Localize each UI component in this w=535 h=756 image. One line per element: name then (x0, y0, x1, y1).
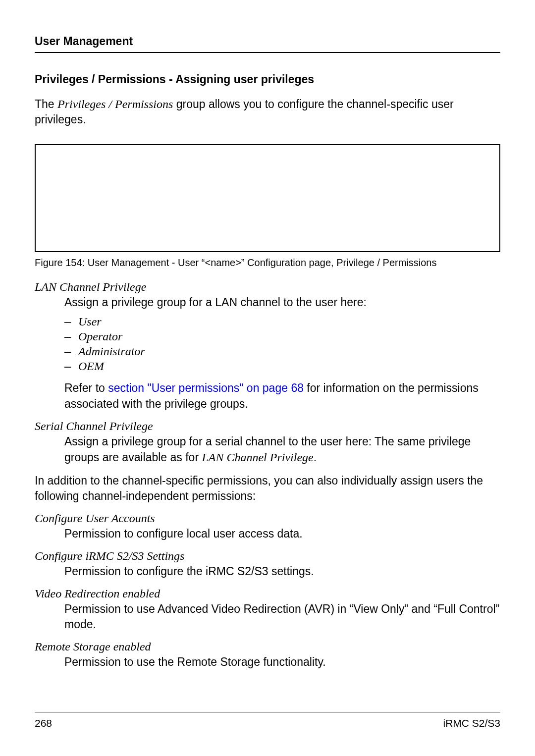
list-item-label: User (78, 314, 102, 329)
dash-icon: – (64, 359, 78, 374)
serial-desc-suffix: . (314, 451, 317, 464)
cis-term: Configure iRMC S2/S3 Settings (35, 549, 500, 563)
serial-term: Serial Channel Privilege (35, 420, 500, 433)
serial-block: Serial Channel Privilege Assign a privil… (35, 420, 500, 465)
cis-desc: Permission to configure the iRMC S2/S3 s… (64, 564, 500, 579)
list-item-label: Operator (78, 329, 122, 344)
product-label: iRMC S2/S3 (443, 717, 500, 729)
dash-icon: – (64, 314, 78, 329)
cis-block: Configure iRMC S2/S3 Settings Permission… (35, 549, 500, 579)
mid-paragraph: In addition to the channel-specific perm… (35, 473, 500, 504)
vre-term: Video Redirection enabled (35, 587, 500, 600)
rse-desc: Permission to use the Remote Storage fun… (64, 654, 500, 670)
intro-paragraph: The Privileges / Permissions group allow… (35, 96, 500, 127)
lan-ref: Refer to section "User permissions" on p… (64, 380, 500, 411)
figure-caption: Figure 154: User Management - User “<nam… (35, 257, 500, 269)
serial-desc-italic: LAN Channel Privilege (202, 451, 313, 464)
figure-placeholder (35, 144, 500, 252)
lan-ref-link[interactable]: section "User permissions" on page 68 (108, 381, 304, 394)
rse-term: Remote Storage enabled (35, 640, 500, 653)
intro-italic: Privileges / Permissions (57, 98, 173, 110)
page-footer: 268 iRMC S2/S3 (35, 712, 500, 729)
dash-icon: – (64, 329, 78, 344)
cua-desc: Permission to configure local user acces… (64, 526, 500, 541)
vre-block: Video Redirection enabled Permission to … (35, 587, 500, 632)
cua-term: Configure User Accounts (35, 512, 500, 525)
intro-prefix: The (35, 98, 57, 110)
lan-desc: Assign a privilege group for a LAN chann… (64, 295, 500, 310)
list-item: –User (64, 314, 500, 329)
dash-icon: – (64, 344, 78, 359)
lan-block: LAN Channel Privilege Assign a privilege… (35, 280, 500, 411)
list-item: –Operator (64, 329, 500, 344)
serial-desc: Assign a privilege group for a serial ch… (64, 434, 500, 465)
cua-block: Configure User Accounts Permission to co… (35, 512, 500, 541)
lan-ref-prefix: Refer to (64, 381, 108, 394)
lan-term: LAN Channel Privilege (35, 280, 500, 294)
page-number: 268 (35, 717, 52, 729)
list-item-label: Administrator (78, 344, 145, 359)
list-item: –Administrator (64, 344, 500, 359)
list-item: –OEM (64, 359, 500, 374)
rse-block: Remote Storage enabled Permission to use… (35, 640, 500, 670)
page-header: User Management (35, 35, 500, 53)
list-item-label: OEM (78, 359, 104, 374)
lan-list: –User –Operator –Administrator –OEM (64, 314, 500, 374)
section-heading: Privileges / Permissions - Assigning use… (35, 73, 500, 86)
vre-desc: Permission to use Advanced Video Redirec… (64, 601, 500, 632)
